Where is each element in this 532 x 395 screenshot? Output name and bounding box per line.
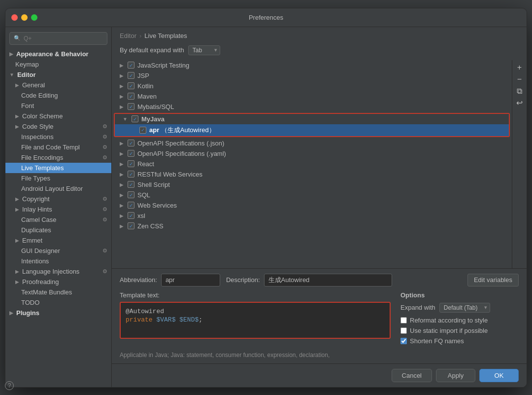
gear-icon: ⚙ xyxy=(102,216,107,223)
expand-select-wrapper[interactable]: Tab Enter Space xyxy=(188,45,220,55)
sidebar-item-file-encodings[interactable]: File Encodings ⚙ xyxy=(5,152,111,163)
sidebar-item-code-style[interactable]: ▶ Code Style ⚙ xyxy=(5,121,111,132)
copy-template-button[interactable]: ⧉ xyxy=(514,86,525,97)
template-editor[interactable]: @Autowired private $VAR$ $END$; xyxy=(120,302,391,339)
tree-item-openapi-yaml[interactable]: ▶ OpenAPI Specifications (.yaml) xyxy=(112,148,512,159)
chevron-icon: ▶ xyxy=(15,124,19,129)
template-list: ▶ JavaScript Testing ▶ JSP ▶ Kotlin xyxy=(112,60,512,268)
tree-item-restful[interactable]: ▶ RESTful Web Services xyxy=(112,169,512,180)
sidebar-item-inlay-hints[interactable]: ▶ Inlay Hints ⚙ xyxy=(5,204,111,215)
search-input[interactable] xyxy=(24,35,103,42)
checkbox-apr[interactable] xyxy=(139,127,146,134)
sidebar-item-editor[interactable]: ▼ Editor xyxy=(5,70,111,80)
help-icon[interactable]: ? xyxy=(5,381,14,388)
code-text: @Autowired xyxy=(126,308,164,315)
edit-variables-button[interactable]: Edit variables xyxy=(467,274,519,287)
remove-template-button[interactable]: − xyxy=(514,74,525,85)
checkbox-xsl[interactable] xyxy=(128,212,134,219)
sidebar-item-android-layout[interactable]: Android Layout Editor xyxy=(5,183,111,194)
tree-item-zen-css[interactable]: ▶ Zen CSS xyxy=(112,221,512,231)
chevron-icon: ▶ xyxy=(15,82,19,88)
static-import-checkbox[interactable] xyxy=(400,327,407,334)
checkbox-shell[interactable] xyxy=(128,181,134,188)
sidebar-item-todo[interactable]: TODO xyxy=(5,297,111,308)
sidebar-item-copyright[interactable]: ▶ Copyright ⚙ xyxy=(5,194,111,204)
sidebar-label: Proofreading xyxy=(22,278,59,286)
description-input[interactable] xyxy=(264,274,392,287)
checkbox-kotlin[interactable] xyxy=(128,82,134,89)
sidebar-item-textmate-bundles[interactable]: TextMate Bundles xyxy=(5,287,111,297)
tree-item-kotlin[interactable]: ▶ Kotlin xyxy=(112,81,512,91)
tree-item-maven[interactable]: ▶ Maven xyxy=(112,91,512,102)
tree-item-apr[interactable]: apr （生成Autowired） xyxy=(115,124,509,136)
item-label: OpenAPI Specifications (.json) xyxy=(137,140,224,147)
sidebar-item-proofreading[interactable]: ▶ Proofreading xyxy=(5,277,111,287)
ok-button[interactable]: OK xyxy=(479,369,519,382)
sidebar-label: Font xyxy=(21,102,34,109)
maximize-button[interactable] xyxy=(31,14,37,21)
tree-item-myjava[interactable]: ▼ MyJava xyxy=(115,114,509,124)
sidebar-item-code-editing[interactable]: Code Editing xyxy=(5,90,111,101)
chevron-icon: ▶ xyxy=(15,196,19,202)
tree-item-mybatis[interactable]: ▶ Mybatis/SQL xyxy=(112,102,512,112)
sidebar-item-emmet[interactable]: ▶ Emmet xyxy=(5,235,111,246)
tree-item-xsl[interactable]: ▶ xsl xyxy=(112,211,512,221)
tree-item-sql[interactable]: ▶ SQL xyxy=(112,190,512,200)
sidebar-item-gui-designer[interactable]: GUI Designer ⚙ xyxy=(5,246,111,256)
sidebar-item-file-code-templ[interactable]: File and Code Templ ⚙ xyxy=(5,142,111,152)
sidebar-item-plugins[interactable]: ▶ Plugins xyxy=(5,308,111,318)
shorten-fq-checkbox[interactable] xyxy=(400,338,407,344)
checkbox-react[interactable] xyxy=(128,160,134,167)
expand-with-select[interactable]: Default (Tab) Tab Enter Space xyxy=(439,303,490,313)
checkbox-maven[interactable] xyxy=(128,93,134,100)
main-content: 🔍 ▶ Appearance & Behavior Keymap ▼ Edito… xyxy=(5,27,527,387)
sidebar-item-language-injections[interactable]: ▶ Language Injections ⚙ xyxy=(5,266,111,277)
description-group: Description: xyxy=(226,274,392,287)
sidebar-item-intentions[interactable]: Intentions xyxy=(5,256,111,266)
sidebar-item-live-templates[interactable]: Live Templates xyxy=(5,163,111,173)
close-button[interactable] xyxy=(11,14,18,21)
reset-template-button[interactable]: ↩ xyxy=(514,98,525,108)
gear-icon: ⚙ xyxy=(102,154,107,161)
abbreviation-input[interactable] xyxy=(161,274,220,287)
tree-item-openapi-json[interactable]: ▶ OpenAPI Specifications (.json) xyxy=(112,138,512,148)
sidebar-item-inspections[interactable]: Inspections ⚙ xyxy=(5,132,111,142)
sidebar-item-file-types[interactable]: File Types xyxy=(5,173,111,183)
traffic-lights xyxy=(11,14,37,21)
checkbox-myjava[interactable] xyxy=(132,115,138,122)
tree-item-react[interactable]: ▶ React xyxy=(112,159,512,169)
minimize-button[interactable] xyxy=(21,14,28,21)
checkbox-web-services[interactable] xyxy=(128,202,134,209)
cancel-button[interactable]: Cancel xyxy=(392,369,432,382)
search-box[interactable]: 🔍 xyxy=(9,32,107,45)
sidebar-item-camel-case[interactable]: Camel Case ⚙ xyxy=(5,215,111,225)
checkbox-jsp[interactable] xyxy=(128,72,134,79)
abbreviation-label: Abbreviation: xyxy=(120,276,157,284)
sidebar-item-duplicates[interactable]: Duplicates xyxy=(5,225,111,235)
tree-item-javascript-testing[interactable]: ▶ JavaScript Testing xyxy=(112,60,512,71)
apply-button[interactable]: Apply xyxy=(436,369,475,382)
reformat-checkbox[interactable] xyxy=(400,317,407,323)
sidebar-label: Android Layout Editor xyxy=(21,185,83,192)
checkbox-mybatis[interactable] xyxy=(128,103,134,110)
checkbox-openapi-json[interactable] xyxy=(128,140,134,146)
sidebar-label: Camel Case xyxy=(21,216,57,223)
add-template-button[interactable]: + xyxy=(514,62,525,73)
checkbox-restful[interactable] xyxy=(128,171,134,178)
sidebar-item-appearance[interactable]: ▶ Appearance & Behavior xyxy=(5,49,111,59)
tree-item-web-services[interactable]: ▶ Web Services xyxy=(112,200,512,211)
checkbox-zen-css[interactable] xyxy=(128,222,134,229)
tree-item-jsp[interactable]: ▶ JSP xyxy=(112,71,512,81)
sidebar-item-font[interactable]: Font xyxy=(5,101,111,111)
checkbox-sql[interactable] xyxy=(128,191,134,198)
tree-item-shell-script[interactable]: ▶ Shell Script xyxy=(112,180,512,190)
sidebar-item-keymap[interactable]: Keymap xyxy=(5,59,111,70)
expand-select[interactable]: Tab Enter Space xyxy=(188,45,220,55)
checkbox-openapi-yaml[interactable] xyxy=(128,150,134,157)
chevron-icon: ▶ xyxy=(120,161,124,167)
sidebar-item-color-scheme[interactable]: ▶ Color Scheme xyxy=(5,111,111,121)
editor-area: Abbreviation: Description: Edit variable… xyxy=(112,268,527,363)
sidebar-item-general[interactable]: ▶ General xyxy=(5,80,111,90)
checkbox-javascript-testing[interactable] xyxy=(128,62,134,69)
expand-with-select-wrapper[interactable]: Default (Tab) Tab Enter Space xyxy=(439,303,490,313)
